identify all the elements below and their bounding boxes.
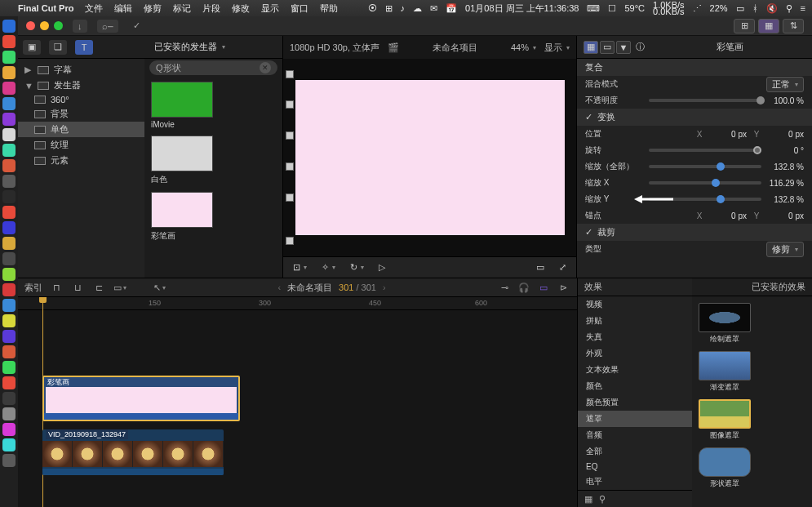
- dock-app-icon[interactable]: [2, 190, 16, 203]
- transform-checkbox[interactable]: ✓: [585, 112, 592, 122]
- dock-app-icon[interactable]: [2, 113, 16, 126]
- position-y-field[interactable]: 0 px: [766, 130, 804, 139]
- sidebar-item-solids[interactable]: 单色: [18, 122, 144, 137]
- insert-clip-button[interactable]: ⊔: [70, 281, 85, 294]
- dock-app-icon[interactable]: [2, 314, 16, 327]
- menu-modify[interactable]: 修改: [232, 2, 250, 15]
- app-name[interactable]: Final Cut Pro: [18, 3, 73, 13]
- dock-app-icon[interactable]: [2, 423, 16, 436]
- position-x-field[interactable]: 0 px: [709, 130, 747, 139]
- layout-button-1[interactable]: ⊞: [734, 19, 755, 33]
- retime-tool-button[interactable]: ↻: [347, 260, 367, 274]
- effect-image-mask[interactable]: 图像遮罩: [699, 399, 751, 441]
- sidebar-item-backgrounds[interactable]: 背景: [18, 106, 144, 122]
- dock-app-icon[interactable]: [2, 159, 16, 172]
- dock-app-icon[interactable]: [2, 299, 16, 312]
- effects-grid-button[interactable]: ▦: [584, 494, 592, 505]
- menu-window[interactable]: 窗口: [291, 2, 308, 15]
- dock-app-icon[interactable]: [2, 97, 16, 110]
- skimming-button[interactable]: ⊸: [497, 281, 512, 294]
- timeline-ruler[interactable]: 150 300 450 600: [18, 297, 577, 310]
- clear-search-icon[interactable]: ✕: [260, 62, 271, 73]
- dock-app-icon[interactable]: [2, 361, 16, 374]
- generator-thumb-pastel[interactable]: 彩笔画: [151, 192, 276, 242]
- effects-cat-levels[interactable]: 电平: [578, 474, 692, 490]
- section-composite[interactable]: 复合: [577, 59, 812, 76]
- crop-type-select[interactable]: 修剪: [766, 242, 804, 257]
- blend-mode-select[interactable]: 正常: [766, 77, 804, 92]
- dock-app-icon[interactable]: [2, 268, 16, 281]
- effects-cat-tiling[interactable]: 拼贴: [578, 313, 692, 329]
- inspector-tab-generator[interactable]: ▭: [600, 41, 615, 54]
- rotation-dial[interactable]: [649, 149, 761, 152]
- dock-app-icon[interactable]: [2, 206, 16, 219]
- transform-tool-button[interactable]: ⊡: [290, 260, 310, 274]
- dock-app-icon[interactable]: [2, 392, 16, 405]
- overwrite-clip-button[interactable]: ▭: [113, 281, 127, 294]
- index-button[interactable]: 索引: [24, 282, 42, 294]
- effects-cat-video[interactable]: 视频: [578, 296, 692, 313]
- menu-file[interactable]: 文件: [85, 2, 103, 15]
- import-button[interactable]: ↓: [73, 20, 87, 33]
- close-window-button[interactable]: [26, 21, 35, 30]
- photos-icon[interactable]: ❏: [49, 40, 67, 55]
- dock-app-icon[interactable]: [2, 51, 16, 64]
- effect-draw-mask[interactable]: 绘制遮罩: [699, 303, 751, 345]
- dock-app-icon[interactable]: [2, 144, 16, 157]
- dock-app-icon[interactable]: [2, 345, 16, 358]
- effects-cat-mask[interactable]: 遮罩: [578, 411, 692, 427]
- menu-view[interactable]: 显示: [261, 2, 279, 15]
- inspector-tab-video[interactable]: ▦: [583, 41, 598, 54]
- search-input[interactable]: Q形状 ✕: [149, 60, 277, 75]
- dock-app-icon[interactable]: [2, 175, 16, 188]
- dock-app-icon[interactable]: [2, 82, 16, 95]
- menu-clip[interactable]: 片段: [202, 2, 220, 15]
- dock-app-icon[interactable]: [2, 35, 16, 48]
- section-transform[interactable]: ✓ 变换: [577, 109, 812, 126]
- sidebar-item-360[interactable]: 360°: [18, 93, 144, 106]
- bg-task-button[interactable]: ✓: [128, 19, 145, 33]
- effects-cat-looks[interactable]: 外观: [578, 345, 692, 362]
- menu-edit[interactable]: 编辑: [114, 2, 132, 15]
- dock-app-icon[interactable]: [2, 128, 16, 141]
- inspector-tab-info2[interactable]: ⓘ: [632, 41, 647, 54]
- append-clip-button[interactable]: ⊏: [91, 281, 106, 294]
- layout-button-2[interactable]: ▦: [758, 19, 779, 33]
- browser-title[interactable]: 已安装的发生器: [101, 41, 277, 53]
- sidebar-item-textures[interactable]: 纹理: [18, 137, 144, 153]
- menu-help[interactable]: 帮助: [320, 2, 338, 15]
- solo-button[interactable]: ▭: [536, 281, 551, 294]
- inspector-tab-info[interactable]: ▼: [616, 41, 631, 54]
- clip-generator-pastel[interactable]: 彩笔画: [42, 376, 240, 421]
- scale-y-slider[interactable]: [649, 198, 761, 201]
- effects-cat-color[interactable]: 颜色: [578, 378, 692, 394]
- effects-search-icon[interactable]: ⚲: [599, 494, 606, 505]
- keyword-button[interactable]: ⌕━: [97, 20, 118, 33]
- effects-cat-eq[interactable]: EQ: [578, 460, 692, 474]
- section-crop[interactable]: ✓ 裁剪: [577, 224, 812, 241]
- clip-video[interactable]: VID_20190918_132947: [42, 429, 224, 475]
- effects-cat-all[interactable]: 全部: [578, 443, 692, 460]
- dock-finder-icon[interactable]: [2, 20, 16, 33]
- crop-checkbox[interactable]: ✓: [585, 227, 592, 238]
- effects-cat-colorpreset[interactable]: 颜色预置: [578, 394, 692, 411]
- dock-app-icon[interactable]: [2, 376, 16, 389]
- effect-gradient-mask[interactable]: 渐变遮罩: [699, 351, 751, 393]
- menu-trim[interactable]: 修剪: [144, 2, 162, 15]
- generator-thumb-white[interactable]: 白色: [151, 136, 276, 185]
- dock-app-icon[interactable]: [2, 438, 16, 451]
- dock-app-icon[interactable]: [2, 407, 16, 420]
- dock-app-icon[interactable]: [2, 66, 16, 79]
- audio-skim-button[interactable]: 🎧: [517, 281, 531, 294]
- crop-tool-button[interactable]: ✧: [318, 260, 339, 274]
- connect-clip-button[interactable]: ⊓: [49, 281, 64, 294]
- sidebar-item-elements[interactable]: 元素: [18, 153, 144, 168]
- dock-app-icon[interactable]: [2, 221, 16, 234]
- anchor-y-field[interactable]: 0 px: [766, 211, 804, 220]
- scale-x-slider[interactable]: [649, 181, 761, 185]
- sidebar-item-titles[interactable]: ▶字幕: [18, 62, 144, 78]
- dock-app-icon[interactable]: [2, 330, 16, 343]
- arrow-tool[interactable]: ↖: [152, 281, 166, 294]
- timeline[interactable]: 150 300 450 600 彩笔画 VID_20190918_132947: [18, 297, 577, 507]
- dock-app-icon[interactable]: [2, 283, 16, 296]
